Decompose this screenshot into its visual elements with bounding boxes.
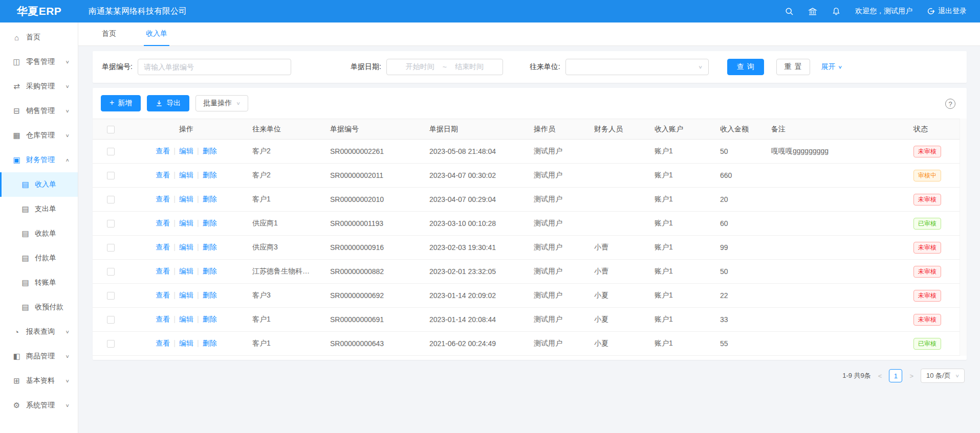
expand-label: 展开	[821, 62, 836, 72]
view-link[interactable]: 查看	[156, 219, 170, 227]
delete-link[interactable]: 删除	[203, 339, 217, 347]
view-link[interactable]: 查看	[156, 339, 170, 347]
row-checkbox[interactable]	[107, 268, 115, 276]
action-separator: |	[197, 315, 199, 323]
finance-staff-cell: 小曹	[586, 236, 646, 260]
row-checkbox[interactable]	[107, 340, 115, 348]
reset-button[interactable]: 重置	[776, 59, 810, 75]
partner-cell: 客户1	[244, 332, 322, 356]
view-link[interactable]: 查看	[156, 315, 170, 323]
edit-link[interactable]: 编辑	[179, 291, 193, 299]
edit-link[interactable]: 编辑	[179, 243, 193, 251]
sidebar-item-income-bill[interactable]: ▤收入单	[0, 172, 78, 197]
partner-cell: 供应商1	[244, 212, 322, 236]
finance-staff-cell	[586, 164, 646, 188]
bank-icon[interactable]	[808, 7, 817, 16]
delete-link[interactable]: 删除	[203, 219, 217, 227]
sidebar-item-sales-mgmt[interactable]: ⊟销售管理∨	[0, 99, 78, 123]
row-checkbox[interactable]	[107, 172, 115, 179]
delete-link[interactable]: 删除	[203, 243, 217, 251]
edit-link[interactable]: 编辑	[179, 171, 193, 179]
bill-no-cell: SR00000000916	[322, 236, 421, 260]
remark-cell	[763, 308, 905, 332]
sidebar-item-home[interactable]: ⌂首页	[0, 25, 78, 50]
add-button[interactable]: + 新增	[101, 95, 141, 111]
sidebar-item-system-mgmt[interactable]: ⚙系统管理∨	[0, 393, 78, 418]
row-checkbox[interactable]	[107, 220, 115, 227]
edit-link[interactable]: 编辑	[179, 339, 193, 347]
plus-icon: +	[110, 99, 114, 107]
sidebar-item-retail-mgmt[interactable]: ◫零售管理∨	[0, 50, 78, 74]
delete-link[interactable]: 删除	[203, 171, 217, 179]
view-link[interactable]: 查看	[156, 171, 170, 179]
delete-link[interactable]: 删除	[203, 267, 217, 275]
sidebar-item-transfer-bill[interactable]: ▤转账单	[0, 270, 78, 295]
delete-link[interactable]: 删除	[203, 315, 217, 323]
export-button[interactable]: 导出	[147, 95, 189, 111]
edit-link[interactable]: 编辑	[179, 315, 193, 323]
bill-no-cell: SR00000000643	[322, 332, 421, 356]
delete-link[interactable]: 删除	[203, 195, 217, 203]
edit-link[interactable]: 编辑	[179, 147, 193, 155]
row-checkbox-cell	[93, 308, 128, 332]
view-link[interactable]: 查看	[156, 195, 170, 203]
sidebar-item-goods-mgmt[interactable]: ◧商品管理∨	[0, 344, 78, 369]
sidebar-item-finance-mgmt[interactable]: ▣财务管理∧	[0, 148, 78, 172]
tab-income-bill[interactable]: 收入单	[144, 22, 169, 46]
bill-no-cell: SR00000000882	[322, 260, 421, 284]
doc-icon: ▤	[21, 180, 30, 189]
row-checkbox[interactable]	[107, 244, 115, 252]
chevron-down-icon: ∨	[65, 354, 69, 358]
sidebar-item-advance-receipt[interactable]: ▤收预付款	[0, 295, 78, 320]
page-size-select[interactable]: 10 条/页 ∨	[921, 369, 965, 383]
sidebar: ⌂首页◫零售管理∨⇄采购管理∨⊟销售管理∨▦仓库管理∨▣财务管理∧▤收入单▤支出…	[0, 22, 78, 433]
view-link[interactable]: 查看	[156, 291, 170, 299]
bell-icon[interactable]	[832, 7, 841, 16]
edit-link[interactable]: 编辑	[179, 195, 193, 203]
view-link[interactable]: 查看	[156, 147, 170, 155]
select-all-checkbox[interactable]	[107, 126, 115, 133]
action-separator: |	[197, 267, 199, 275]
search-button[interactable]: 查询	[727, 59, 764, 75]
sidebar-item-report-query[interactable]: ◔报表查询∨	[0, 320, 78, 344]
welcome-text: 欢迎您，测试用户	[855, 7, 912, 16]
sidebar-item-receipt-bill[interactable]: ▤收款单	[0, 221, 78, 246]
bill-no-input[interactable]	[138, 59, 291, 75]
table-row: 查看|编辑|删除供应商1SR000000011932023-03-10 00:1…	[93, 212, 960, 236]
current-page-button[interactable]: 1	[889, 369, 902, 382]
expand-toggle[interactable]: 展开 ∨	[821, 62, 842, 72]
status-cell: 审核中	[905, 164, 960, 188]
row-checkbox[interactable]	[107, 148, 115, 155]
sidebar-item-label: 收预付款	[35, 303, 78, 312]
delete-link[interactable]: 删除	[203, 291, 217, 299]
sidebar-item-basic-data[interactable]: ⊞基本资料∨	[0, 369, 78, 393]
help-icon[interactable]: ?	[945, 99, 955, 109]
app-logo: 华夏ERP	[0, 4, 78, 18]
vertical-scrollbar[interactable]	[960, 119, 967, 356]
system-icon: ⚙	[12, 401, 21, 410]
row-checkbox[interactable]	[107, 292, 115, 300]
sidebar-item-expense-bill[interactable]: ▤支出单	[0, 197, 78, 221]
tab-home[interactable]: 首页	[100, 22, 118, 46]
search-icon[interactable]	[785, 7, 794, 16]
bill-date-cell: 2023-04-07 00:29:04	[421, 188, 526, 212]
sidebar-item-payment-bill[interactable]: ▤付款单	[0, 246, 78, 270]
edit-link[interactable]: 编辑	[179, 267, 193, 275]
row-checkbox[interactable]	[107, 196, 115, 203]
view-link[interactable]: 查看	[156, 267, 170, 275]
logout-button[interactable]: 退出登录	[927, 7, 967, 16]
edit-link[interactable]: 编辑	[179, 219, 193, 227]
date-range-input[interactable]: 开始时间 ~ 结束时间	[386, 59, 503, 75]
sidebar-item-label: 商品管理	[26, 352, 78, 361]
delete-link[interactable]: 删除	[203, 147, 217, 155]
batch-actions-button[interactable]: 批量操作 ∨	[195, 95, 248, 111]
partner-select[interactable]: ∨	[565, 59, 709, 75]
row-checkbox[interactable]	[107, 316, 115, 324]
sidebar-item-purchase-mgmt[interactable]: ⇄采购管理∨	[0, 74, 78, 99]
doc-icon: ▤	[21, 303, 30, 312]
prev-page-button[interactable]: <	[877, 372, 883, 380]
sidebar-item-warehouse-mgmt[interactable]: ▦仓库管理∨	[0, 123, 78, 148]
view-link[interactable]: 查看	[156, 243, 170, 251]
status-badge: 未审核	[913, 266, 941, 278]
next-page-button[interactable]: >	[908, 372, 914, 380]
